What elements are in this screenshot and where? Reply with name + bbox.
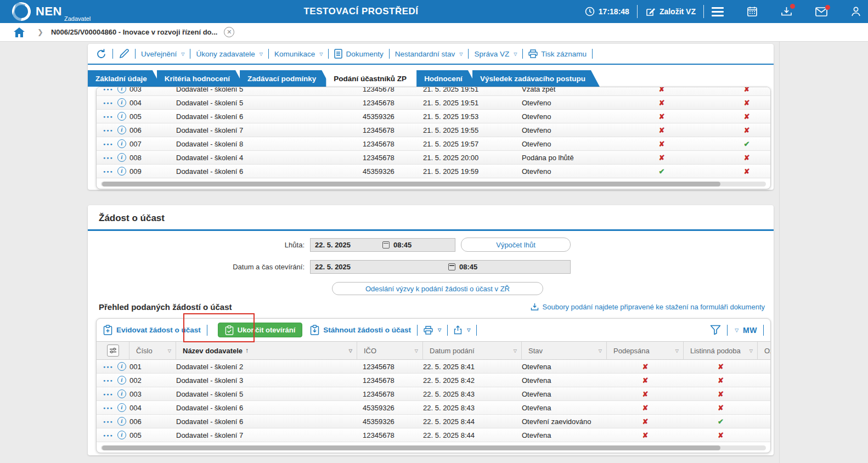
table-row[interactable]: ●●●i 006 Dodavatel - školení 7 12345678 … [97,123,770,137]
info-icon[interactable]: i [117,376,126,385]
refresh-icon[interactable] [95,48,107,60]
messages-button[interactable] [815,7,827,16]
row-actions-icon[interactable]: ●●● [103,101,114,105]
table-row[interactable]: ●●●i 006 Dodavatel - školení 6 45359326 … [97,415,770,428]
lhuta-time-value[interactable]: 08:45 [393,241,412,249]
row-actions-icon[interactable]: ●●● [103,420,114,424]
info-icon[interactable]: i [117,112,126,121]
info-icon[interactable]: i [117,403,126,412]
column-listinna-podoba[interactable]: Listinná podoba▽ [684,342,758,360]
info-icon[interactable]: i [117,87,126,93]
table-row[interactable]: ●●●i 003 Dodavatel - školení 5 12345678 … [97,387,770,401]
scrollbar-thumb[interactable] [102,182,720,187]
calendar-icon[interactable] [448,263,455,270]
mw-view-button[interactable]: MW [743,326,757,335]
lhuta-datetime-field[interactable]: 22. 5. 2025 08:45 [310,238,455,252]
print-table-button[interactable]: ▽ [424,326,441,335]
oteviani-datetime-field[interactable]: 22. 5. 2025 08:45 [310,260,571,274]
create-vz-button[interactable]: Založit VZ [645,7,696,17]
table-row[interactable]: ●●●i 009 Dodavatel - školení 6 45359326 … [97,165,770,178]
info-icon[interactable]: i [117,139,126,148]
export-button[interactable]: ▽ [454,325,470,335]
filter-funnel-icon[interactable] [710,325,721,335]
tab-vysledek[interactable]: Výsledek zadávacího postupu [472,70,600,87]
tab-podani-ucastniku-zp[interactable]: Podání účastníků ZP [326,70,421,87]
vypocet-lhut-button[interactable]: Výpočet lhůt [461,238,571,252]
download-note-link[interactable]: Soubory podání najdete připravené ke sta… [531,303,765,311]
calendar-button[interactable] [747,6,758,17]
info-icon[interactable]: i [117,417,126,426]
row-actions-icon[interactable]: ●●● [103,128,114,132]
close-record-icon[interactable]: ✕ [224,27,234,37]
horizontal-scrollbar[interactable] [101,445,766,450]
column-settings-icon[interactable] [107,345,119,357]
row-actions-icon[interactable]: ●●● [103,115,114,118]
column-ico[interactable]: IČO▽ [357,342,423,360]
table-row[interactable]: ●●●i 004 Dodavatel - školení 6 45359326 … [97,401,770,415]
menu-nestandardni-stav[interactable]: Nestandardní stav▽ [395,50,463,58]
table-row[interactable]: ●●●i 002 Dodavatel - školení 3 12345678 … [97,374,770,387]
table-row[interactable]: ●●●i 001 Dodavatel - školení 2 12345678 … [97,360,770,374]
table-row[interactable]: ●●●i 008 Dodavatel - školení 4 12345678 … [97,151,770,165]
tab-zakladni-udaje[interactable]: Základní údaje [88,70,161,87]
calendar-icon[interactable] [382,241,390,249]
info-icon[interactable]: i [117,126,126,134]
row-actions-icon[interactable]: ●●● [103,365,114,369]
row-actions-icon[interactable]: ●●● [103,87,114,91]
user-profile-button[interactable] [850,6,861,17]
nen-logo[interactable]: NEN Zadavatel [12,2,91,22]
table-row[interactable]: ●●●i 005 Dodavatel - školení 6 45359326 … [97,110,770,123]
ukoncit-oteviani-button[interactable]: Ukončit otevírání [218,323,302,337]
table-row[interactable]: ●●●i 007 Dodavatel - školení 8 12345678 … [97,137,770,151]
home-icon[interactable] [13,27,25,38]
status: Otevřeno [522,140,621,148]
stahnout-button[interactable]: Stáhnout žádosti o účast [310,325,411,335]
column-nazev[interactable]: Název dodavatele↑▽ [176,342,357,360]
submission-date: 21. 5. 2025 19:51 [423,99,522,107]
breadcrumb-item[interactable]: N006/25/V00004860 - Inovace v rozvoji ří… [51,28,217,36]
tab-hodnoceni[interactable]: Hodnocení [416,70,477,87]
column-podepsana[interactable]: Podepsána▽ [607,342,684,360]
column-stav[interactable]: Stav▽ [522,342,607,360]
clipped-table-row: ●●●i 003 Dodavatel - školení 5 12345678 … [97,87,770,96]
row-actions-icon[interactable]: ●●● [103,379,114,382]
table-row[interactable]: ●●●i 004 Dodavatel - školení 5 12345678 … [97,96,770,110]
row-actions-icon[interactable]: ●●● [103,170,114,173]
person-icon [850,6,861,17]
tab-kriteria-hodnoceni[interactable]: Kritéria hodnocení [157,70,244,87]
row-actions-icon[interactable]: ●●● [103,433,114,437]
edit-pencil-icon[interactable] [119,48,129,59]
scrollbar-thumb[interactable] [102,445,720,450]
info-icon[interactable]: i [117,167,126,176]
info-icon[interactable]: i [117,153,126,162]
oteviani-time-value[interactable]: 08:45 [459,263,477,271]
row-actions-icon[interactable]: ●●● [103,392,114,396]
row-actions-icon[interactable]: ●●● [103,142,114,146]
evidovat-button[interactable]: Evidovat žádost o účast [103,325,201,335]
chevron-down-icon[interactable]: ▽ [735,328,739,333]
menu-komunikace[interactable]: Komunikace▽ [274,50,323,58]
lhuta-date-value[interactable]: 22. 5. 2025 [311,241,351,249]
menu-tisk-zaznamu[interactable]: Tisk záznamu [528,49,587,58]
menu-uverejneni[interactable]: Uveřejnění▽ [141,50,184,58]
row-actions-icon[interactable]: ●●● [103,156,114,160]
menu-icon[interactable] [712,7,724,16]
table-row[interactable]: ●●●i 005 Dodavatel - školení 7 12345678 … [97,428,770,442]
info-icon[interactable]: i [117,431,126,439]
column-datum-podani[interactable]: Datum podání▽ [423,342,522,360]
menu-ukony-zadavatele[interactable]: Úkony zadavatele▽ [196,50,262,58]
menu-dokumenty[interactable]: Dokumenty [334,49,383,59]
info-icon[interactable]: i [117,362,126,371]
oteviani-date-value[interactable]: 22. 5. 2025 [311,263,351,271]
menu-sprava-vz[interactable]: Správa VZ▽ [474,50,517,58]
column-cislo[interactable]: Číslo▽ [129,342,176,360]
send-invitation-button[interactable]: Odeslání výzvy k podání žádosti o účast … [332,282,543,295]
downloads-button[interactable] [781,6,792,17]
info-icon[interactable]: i [117,389,126,398]
tab-zadavaci-podminky[interactable]: Zadávací podmínky [240,70,330,87]
horizontal-scrollbar[interactable] [101,182,766,187]
column-oznaceni[interactable]: Označe [758,342,771,360]
info-icon[interactable]: i [117,98,126,107]
breadcrumb: ❯ N006/25/V00004860 - Inovace v rozvoji … [0,23,868,42]
row-actions-icon[interactable]: ●●● [103,406,114,410]
